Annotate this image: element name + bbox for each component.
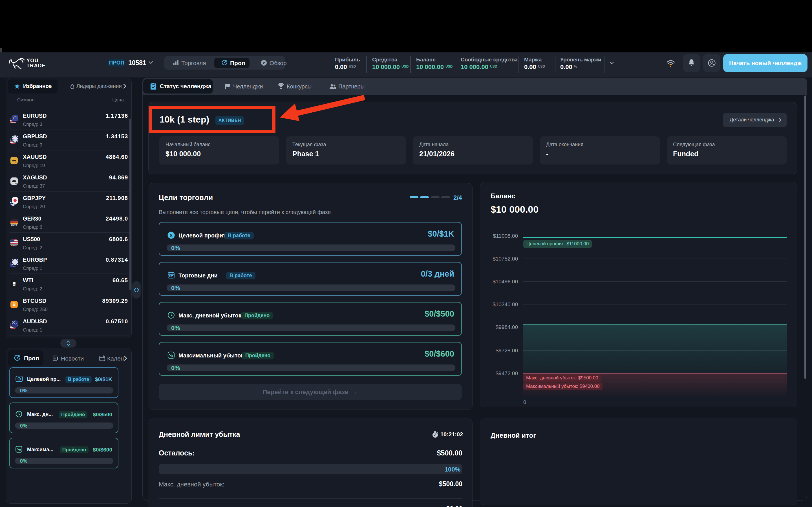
svg-text:Ag: Ag (15, 182, 17, 184)
svg-text:Au: Au (15, 162, 17, 164)
svg-text:$: $ (170, 233, 172, 238)
